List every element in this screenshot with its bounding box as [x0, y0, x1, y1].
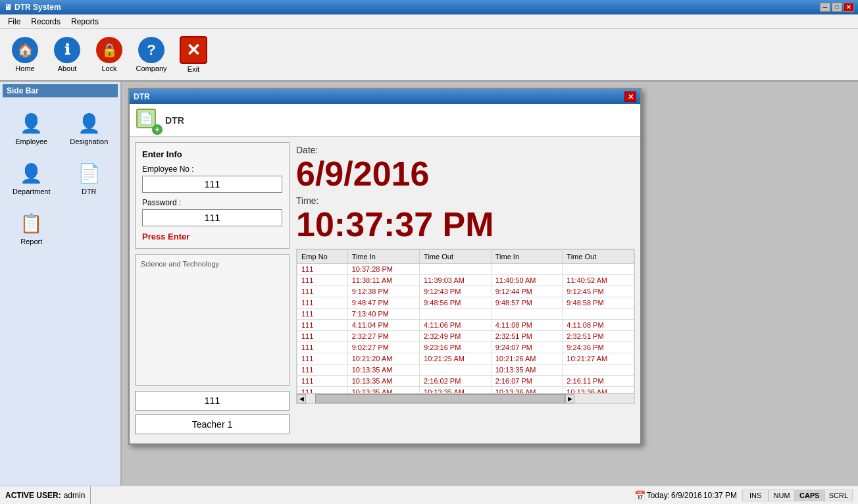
- dtr-modal-header: 📄 + DTR: [130, 104, 640, 137]
- sidebar-item-report[interactable]: 📋 Report: [5, 205, 58, 250]
- menu-records[interactable]: Records: [26, 16, 66, 28]
- table-row: 11110:21:20 AM10:21:25 AM10:21:26 AM10:2…: [297, 353, 634, 365]
- about-label: About: [58, 64, 77, 72]
- table-row: 1119:48:47 PM9:48:56 PM9:48:57 PM9:48:58…: [297, 297, 634, 309]
- close-button[interactable]: ✕: [844, 3, 854, 12]
- table-cell: 11:40:52 AM: [563, 275, 634, 286]
- table-cell: 111: [297, 387, 348, 394]
- title-bar: 🖥 DTR System ─ □ ✕: [0, 0, 858, 14]
- table-cell: [563, 365, 634, 376]
- col-timein2: Time In: [491, 250, 563, 264]
- col-empno: Emp No: [297, 250, 348, 264]
- content-area: DTR ✕ 📄 + DTR Enter Info Employee No: [122, 82, 858, 486]
- designation-icon: 👤: [76, 110, 102, 136]
- science-title: Science and Technology: [141, 260, 284, 268]
- table-cell: 9:23:16 PM: [420, 342, 492, 353]
- table-cell: [420, 309, 492, 320]
- table-cell: 10:21:26 AM: [491, 353, 563, 365]
- table-row: 1112:32:27 PM2:32:49 PM2:32:51 PM2:32:51…: [297, 331, 634, 342]
- dtr-modal-close-button[interactable]: ✕: [624, 91, 636, 102]
- menu-file[interactable]: File: [3, 16, 26, 28]
- table-cell: 11:38:11 AM: [347, 275, 419, 286]
- scrl-indicator: SCRL: [824, 490, 853, 501]
- enter-info-box: Enter Info Employee No : Password : Pres…: [135, 142, 290, 249]
- table-cell: 111: [297, 376, 348, 387]
- exit-button[interactable]: ✕ Exit: [174, 32, 213, 78]
- scroll-left-arrow[interactable]: ◀: [297, 394, 306, 403]
- time-label: Time:: [296, 195, 635, 206]
- result-name-box: Teacher 1: [135, 415, 290, 434]
- window-title: DTR System: [14, 3, 61, 12]
- home-button[interactable]: 🏠 Home: [5, 32, 45, 78]
- table-cell: 9:02:27 PM: [347, 342, 419, 353]
- calendar-icon: 📅: [634, 490, 645, 501]
- dtr-icon: 📄: [76, 160, 102, 186]
- lock-button[interactable]: 🔒 Lock: [89, 32, 129, 78]
- table-cell: 10:13:35 AM: [491, 365, 563, 376]
- table-cell: 4:11:08 PM: [491, 320, 563, 331]
- company-button[interactable]: ? Company: [132, 32, 171, 78]
- table-row: 11110:13:35 AM10:13:35 AM10:13:36 AM10:1…: [297, 387, 634, 394]
- scroll-right-arrow[interactable]: ▶: [565, 394, 574, 403]
- sidebar-item-designation[interactable]: 👤 Designation: [63, 105, 116, 150]
- table-cell: 111: [297, 365, 348, 376]
- caps-indicator: CAPS: [795, 490, 824, 501]
- minimize-button[interactable]: ─: [820, 3, 830, 12]
- scroll-thumb[interactable]: [315, 394, 565, 403]
- table-cell: 2:16:11 PM: [563, 376, 634, 387]
- table-cell: 111: [297, 320, 348, 331]
- employee-icon: 👤: [18, 110, 45, 136]
- table-cell: 2:32:27 PM: [347, 331, 419, 342]
- sidebar-item-employee[interactable]: 👤 Employee: [5, 105, 58, 150]
- table-row: 1117:13:40 PM: [297, 309, 634, 320]
- table-cell: 111: [297, 264, 348, 275]
- table-cell: 10:21:27 AM: [563, 353, 634, 365]
- table-scrollbar[interactable]: ◀ ▶: [296, 393, 635, 404]
- table-row: 1114:11:04 PM4:11:06 PM4:11:08 PM4:11:08…: [297, 320, 634, 331]
- table-cell: 2:32:51 PM: [491, 331, 563, 342]
- about-icon: ℹ: [54, 37, 80, 63]
- today-value: 6/9/2016: [671, 491, 702, 500]
- table-cell: 10:13:35 AM: [420, 387, 492, 394]
- table-cell: 10:13:35 AM: [347, 376, 419, 387]
- left-panel: Enter Info Employee No : Password : Pres…: [135, 142, 290, 438]
- status-date-time: 📅 Today: 6/9/2016 10:37 PM: [634, 490, 737, 501]
- table-cell: 111: [297, 275, 348, 286]
- emp-no-input[interactable]: [142, 176, 282, 193]
- table-cell: 9:48:57 PM: [491, 297, 563, 309]
- table-row: 11110:37:28 PM: [297, 264, 634, 275]
- table-cell: 111: [297, 342, 348, 353]
- about-button[interactable]: ℹ About: [47, 32, 87, 78]
- table-cell: 9:48:58 PM: [563, 297, 634, 309]
- menu-reports[interactable]: Reports: [66, 16, 104, 28]
- dtr-add-icon: +: [152, 124, 163, 135]
- table-cell: 9:12:43 PM: [420, 286, 492, 297]
- table-cell: 111: [297, 286, 348, 297]
- dtr-modal-title: DTR: [134, 92, 150, 101]
- today-label: Today:: [647, 491, 670, 500]
- table-cell: 9:24:36 PM: [563, 342, 634, 353]
- department-icon: 👤: [18, 160, 45, 186]
- table-cell: [420, 264, 492, 275]
- sidebar-item-dtr[interactable]: 📄 DTR: [63, 155, 116, 200]
- table-cell: 11:40:50 AM: [491, 275, 563, 286]
- home-label: Home: [15, 64, 34, 72]
- table-cell: 10:13:35 AM: [347, 387, 419, 394]
- exit-label: Exit: [188, 65, 199, 73]
- password-input[interactable]: [142, 209, 282, 226]
- maximize-button[interactable]: □: [832, 3, 842, 12]
- department-label: Department: [13, 188, 50, 195]
- emp-no-label: Employee No :: [142, 164, 282, 174]
- designation-label: Designation: [70, 138, 108, 145]
- table-row: 11111:38:11 AM11:39:03 AM11:40:50 AM11:4…: [297, 275, 634, 286]
- col-timein1: Time In: [347, 250, 419, 264]
- date-label: Date:: [296, 145, 635, 155]
- date-time-area: Date: 6/9/2016 Time: 10:37:37 PM: [296, 142, 635, 249]
- table-row: 11110:13:35 AM2:16:02 PM2:16:07 PM2:16:1…: [297, 376, 634, 387]
- employee-label: Employee: [15, 138, 47, 145]
- sidebar-title: Side Bar: [3, 84, 118, 97]
- sidebar-item-department[interactable]: 👤 Department: [5, 155, 58, 200]
- table-cell: 10:13:36 AM: [563, 387, 634, 394]
- table-cell: 111: [297, 297, 348, 309]
- right-panel: Date: 6/9/2016 Time: 10:37:37 PM Emp No …: [296, 142, 635, 438]
